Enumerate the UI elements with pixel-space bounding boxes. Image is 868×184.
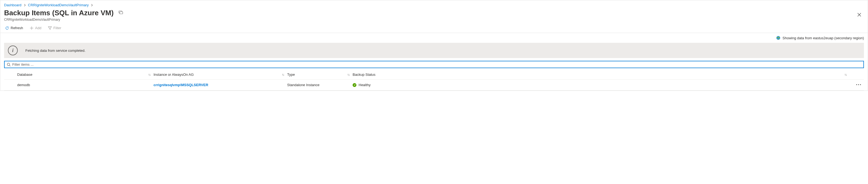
add-label: Add [35, 26, 41, 30]
col-header-type[interactable]: Type [287, 72, 295, 76]
breadcrumb-vault[interactable]: CRRIgniteWorkloadDemoVaultPrimary [28, 3, 89, 7]
row-more-button[interactable]: ··· [856, 84, 862, 86]
filter-button: Filter [46, 25, 64, 31]
breadcrumb: Dashboard CRRIgniteWorkloadDemoVaultPrim… [0, 0, 868, 9]
filter-label: Filter [54, 26, 61, 30]
filter-icon [48, 26, 52, 30]
chevron-right-icon [24, 4, 26, 7]
status-healthy-icon [352, 83, 356, 87]
svg-rect-1 [120, 12, 123, 14]
table-header: Database ↑↓ Instance or AlwaysOn AG ↑↓ T… [4, 70, 864, 80]
cell-type: Standalone Instance [287, 83, 319, 87]
breadcrumb-dashboard[interactable]: Dashboard [4, 3, 22, 7]
plus-icon [30, 26, 34, 30]
filter-input[interactable] [12, 62, 861, 66]
cell-instance-link[interactable]: crrignitesqlvmp\MSSQLSERVER [154, 83, 208, 87]
close-button[interactable] [855, 10, 864, 20]
backup-items-table: Database ↑↓ Instance or AlwaysOn AG ↑↓ T… [4, 70, 864, 91]
svg-point-3 [7, 63, 10, 65]
chevron-right-icon [91, 4, 93, 7]
sort-icon[interactable]: ↑↓ [347, 73, 349, 76]
info-bar: i Fetching data from service completed. [4, 43, 864, 58]
info-message: Fetching data from service completed. [25, 49, 85, 53]
page-subtitle: CRRIgniteWorkloadDemoVaultPrimary [4, 18, 855, 22]
sort-icon[interactable]: ↑↓ [844, 73, 846, 76]
sort-icon[interactable]: ↑↓ [148, 73, 150, 76]
filter-input-wrapper[interactable] [4, 61, 864, 68]
toolbar: Refresh Add Filter [0, 23, 868, 33]
refresh-button[interactable]: Refresh [3, 25, 25, 31]
sort-icon[interactable]: ↑↓ [282, 73, 284, 76]
search-icon [7, 63, 11, 66]
refresh-label: Refresh [11, 26, 23, 30]
page-title: Backup Items (SQL in Azure VM) [4, 9, 114, 17]
globe-icon [776, 36, 780, 40]
refresh-icon [5, 26, 9, 30]
col-header-status[interactable]: Backup Status [352, 72, 375, 76]
cell-status: Healthy [359, 83, 371, 87]
region-strip: Showing data from eastus2euap (secondary… [0, 33, 868, 43]
cell-database: demodb [17, 83, 30, 87]
info-icon: i [8, 45, 18, 55]
col-header-instance[interactable]: Instance or AlwaysOn AG [154, 72, 194, 76]
table-row[interactable]: demodb crrignitesqlvmp\MSSQLSERVER Stand… [4, 80, 864, 91]
add-button: Add [28, 25, 43, 31]
feedback-icon[interactable] [119, 10, 123, 16]
region-text: Showing data from eastus2euap (secondary… [783, 36, 864, 40]
col-header-database[interactable]: Database [17, 72, 32, 76]
